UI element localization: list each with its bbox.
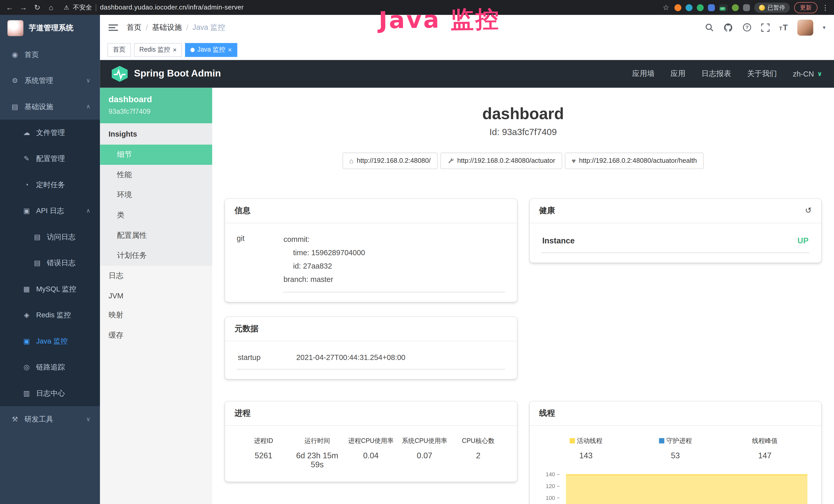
- sba-locale-select[interactable]: zh-CN ∨: [793, 70, 822, 78]
- ext-on-label: on: [720, 7, 725, 10]
- reload-icon[interactable]: ↻: [33, 3, 41, 12]
- address-bar[interactable]: ⚠ 不安全 dashboard.yudao.iocoder.cn/infra/a…: [64, 3, 243, 12]
- paused-badge[interactable]: 已暂停: [754, 2, 790, 12]
- stat-system-cpu: 系统CPU使用率 0.07: [398, 436, 451, 468]
- sidebar-item-file-mgmt[interactable]: ☁ 文件管理: [0, 120, 100, 145]
- threads-card-title: 线程: [529, 401, 821, 426]
- ext-puzzle-icon[interactable]: [743, 4, 750, 11]
- sidebar-item-api-logs[interactable]: ▣ API 日志 ∧: [0, 198, 100, 224]
- stat-value: 0.04: [344, 451, 398, 460]
- browser-menu-icon[interactable]: ⋮: [822, 3, 829, 11]
- browser-toolbar-right: ☆ on 已暂停 更新 ⋮: [662, 2, 829, 13]
- inst-nav-logs[interactable]: 日志: [100, 266, 212, 286]
- sba-nav-about[interactable]: 关于我们: [747, 69, 777, 78]
- card-title-label: 信息: [235, 206, 250, 216]
- screen: ← → ↻ ⌂ ⚠ 不安全 dashboard.yudao.iocoder.cn…: [0, 0, 834, 504]
- stat-value: 6d 23h 15m 59s: [290, 451, 344, 468]
- info-line: id: 27aa832: [284, 259, 505, 273]
- sidebar-item-system-mgmt[interactable]: ⚙ 系统管理 ∨: [0, 68, 100, 93]
- tag-redis-monitor[interactable]: Redis 监控 ×: [134, 43, 182, 57]
- inst-nav-classes[interactable]: 类: [100, 205, 212, 225]
- tag-java-monitor[interactable]: Java 监控 ×: [185, 43, 237, 57]
- insights-group: Insights 细节 性能 环境 类 配置属性 计划任务: [100, 123, 212, 266]
- sidebar-item-scheduled-tasks[interactable]: ◔ 定时任务: [0, 172, 100, 198]
- ext-leaf-icon[interactable]: [732, 4, 739, 11]
- sidebar-item-label: 首页: [24, 50, 39, 59]
- sba-nav-applications[interactable]: 应用: [671, 69, 685, 78]
- actuator-url-button[interactable]: http://192.168.0.2:48080/actuator: [440, 153, 562, 169]
- sidebar-item-label: 文件管理: [36, 128, 65, 137]
- health-url-button[interactable]: ♥ http://192.168.0.2:48080/actuator/heal…: [565, 153, 704, 169]
- health-row: Instance UP: [541, 233, 810, 253]
- metadata-row: startup 2021-04-27T00:44:31.254+08:00: [237, 351, 505, 369]
- sidebar-item-label: 链路追踪: [36, 362, 65, 372]
- process-card-title: 进程: [225, 401, 517, 426]
- inst-nav-mappings[interactable]: 映射: [100, 305, 212, 325]
- ext-drop-icon[interactable]: [685, 4, 693, 11]
- app-frame: 芋道管理系统 ◉ 首页 ⚙ 系统管理 ∨ ▤ 基础设施 ∧ ☁ 文件管理: [0, 15, 834, 504]
- legend-text: 守护进程: [666, 437, 692, 444]
- stat-value: 5261: [237, 451, 290, 460]
- breadcrumb-item[interactable]: 基础设施: [152, 23, 182, 32]
- sba-header: Spring Boot Admin 应用墙 应用 日志报表 关于我们 zh-CN…: [100, 60, 834, 88]
- inst-nav-environment[interactable]: 环境: [100, 185, 212, 205]
- sidebar-item-access-logs[interactable]: ▤ 访问日志: [0, 224, 100, 250]
- inst-nav-jvm[interactable]: JVM: [100, 286, 212, 305]
- ext-switch-icon[interactable]: on: [719, 4, 728, 11]
- sidebar-item-home[interactable]: ◉ 首页: [0, 42, 100, 68]
- ext-grid-icon[interactable]: [708, 4, 715, 11]
- mysql-icon: ▦: [22, 285, 31, 293]
- card-title-label: 线程: [539, 408, 555, 418]
- user-avatar[interactable]: [797, 20, 813, 36]
- y-axis-tick: 120: [541, 482, 559, 489]
- info-key: git: [237, 233, 284, 292]
- close-icon[interactable]: ×: [173, 47, 177, 53]
- inst-nav-scheduled-tasks[interactable]: 计划任务: [100, 246, 212, 266]
- sidebar-item-label: 日志中心: [36, 388, 65, 398]
- inst-nav-caches[interactable]: 缓存: [100, 325, 212, 346]
- sidebar-item-tracing[interactable]: ◎ 链路追踪: [0, 354, 100, 380]
- history-icon[interactable]: ↺: [805, 206, 812, 215]
- sidebar-item-log-center[interactable]: ▥ 日志中心: [0, 380, 100, 406]
- legend-daemon-threads: 守护进程 53: [631, 436, 720, 460]
- ext-vue-icon[interactable]: [697, 4, 704, 11]
- inst-nav-metrics[interactable]: 性能: [100, 165, 212, 185]
- info-card-title: 信息: [225, 199, 517, 223]
- sidebar-item-config-mgmt[interactable]: ✎ 配置管理: [0, 145, 100, 171]
- health-url-label: http://192.168.0.2:48080/actuator/health: [579, 157, 697, 165]
- sidebar-item-mysql-monitor[interactable]: ▦ MySQL 监控: [0, 276, 100, 302]
- search-icon[interactable]: [705, 23, 714, 32]
- sidebar-item-dev-tools[interactable]: ⚒ 研发工具 ∨: [0, 406, 100, 432]
- back-icon[interactable]: ←: [5, 3, 14, 12]
- sidebar-item-infrastructure[interactable]: ▤ 基础设施 ∧: [0, 93, 100, 119]
- service-url-button[interactable]: ⌂ http://192.168.0.2:48080/: [343, 153, 437, 169]
- stat-label: 进程ID: [237, 436, 290, 445]
- sidebar-item-error-logs[interactable]: ▤ 错误日志: [0, 250, 100, 276]
- sba-nav-journal[interactable]: 日志报表: [701, 69, 731, 78]
- sidebar-item-redis-monitor[interactable]: ◈ Redis 监控: [0, 302, 100, 328]
- sba-nav-wallboard[interactable]: 应用墙: [632, 69, 655, 78]
- sidebar-item-java-monitor[interactable]: ▣ Java 监控: [0, 328, 100, 354]
- ext-lion-icon[interactable]: [675, 4, 681, 11]
- instance-header[interactable]: dashboard 93a3fc7f7409: [100, 88, 212, 123]
- breadcrumb-item[interactable]: 首页: [127, 23, 141, 32]
- avatar-caret-icon[interactable]: ▾: [823, 25, 825, 30]
- hamburger-icon[interactable]: [108, 24, 118, 31]
- github-icon[interactable]: [723, 23, 733, 32]
- annotation-text: Java 监控: [379, 4, 501, 36]
- tag-home[interactable]: 首页: [107, 43, 131, 57]
- process-card-body: 进程ID 5261 运行时间 6d 23h 15m 59s 进程CPU使用率: [225, 426, 517, 481]
- fullscreen-icon[interactable]: [761, 23, 770, 32]
- inst-nav-config-props[interactable]: 配置属性: [100, 225, 212, 246]
- inst-nav-details[interactable]: 细节: [100, 144, 212, 165]
- help-icon[interactable]: ?: [742, 23, 751, 32]
- browser-home-icon[interactable]: ⌂: [47, 3, 55, 12]
- bookmark-star-icon[interactable]: ☆: [662, 3, 670, 12]
- chevron-up-icon: ∧: [86, 103, 90, 110]
- close-icon[interactable]: ×: [228, 47, 232, 53]
- text-size-icon[interactable]: TT: [779, 24, 788, 31]
- update-button[interactable]: 更新: [794, 2, 817, 13]
- card-title-label: 元数据: [235, 323, 258, 334]
- forward-icon[interactable]: →: [19, 3, 28, 12]
- app-logo[interactable]: 芋道管理系统: [0, 15, 100, 42]
